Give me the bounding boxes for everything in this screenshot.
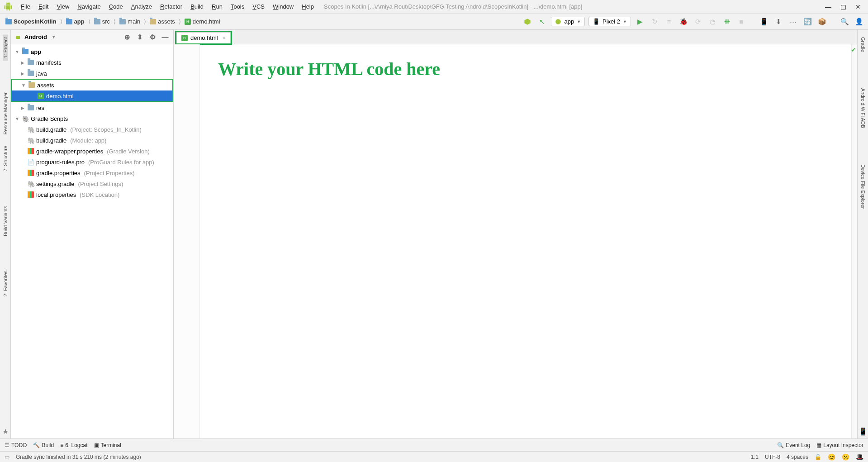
caret-position[interactable]: 1:1	[751, 454, 759, 460]
tool-window-button-build-variants[interactable]: Build Variants	[3, 203, 8, 239]
tool-window-button-gradle[interactable]: Gradle	[860, 34, 866, 55]
tool-window-button-device-file-explorer[interactable]: Device File Explorer	[860, 162, 866, 211]
more-icon[interactable]: ⋯	[787, 16, 798, 27]
minimize-button[interactable]: —	[825, 3, 831, 10]
sync-icon[interactable]: ↖	[536, 16, 547, 27]
logcat-tool-button[interactable]: ≡6: Logcat	[60, 442, 87, 448]
tree-item-demo-html[interactable]: Hdemo.html	[12, 90, 172, 101]
menu-build[interactable]: Build	[187, 2, 207, 11]
maximize-button[interactable]: ▢	[840, 3, 846, 10]
lock-icon[interactable]: 🔓	[815, 454, 821, 460]
editor-tab-demo-html[interactable]: H demo.html ×	[176, 32, 231, 43]
tree-item-res[interactable]: ▶res	[11, 102, 173, 113]
run-configuration-selector[interactable]: app ▼	[551, 17, 585, 26]
chevron-down-icon[interactable]: ▼	[14, 49, 20, 54]
close-tab-icon[interactable]: ×	[223, 35, 226, 41]
run-button[interactable]: ▶	[635, 16, 645, 27]
tree-item-local-properties[interactable]: local.properties(SDK Location)	[11, 189, 173, 200]
tree-item-app[interactable]: ▼app	[11, 46, 173, 57]
tool-window-button-2-favorites[interactable]: 2: Favorites	[3, 268, 8, 299]
collapse-all-icon[interactable]: ⇕	[135, 33, 144, 41]
editor-content[interactable]: Write your HTML code here	[200, 44, 852, 438]
tree-item-build-gradle[interactable]: 🐘build.gradle(Project: Scopes_In_Kotlin)	[11, 124, 173, 135]
menu-help[interactable]: Help	[298, 2, 318, 11]
tool-window-button-resource-manager[interactable]: Resource Manager	[3, 90, 8, 138]
status-menu-icon[interactable]: ▭	[5, 454, 9, 460]
chevron-down-icon[interactable]: ▼	[21, 83, 26, 88]
menu-window[interactable]: Window	[269, 2, 297, 11]
user-icon[interactable]: 👤	[854, 16, 864, 27]
tree-item-label: assets	[37, 82, 54, 89]
tree-item-java[interactable]: ▶java	[11, 68, 173, 79]
tree-item-manifests[interactable]: ▶manifests	[11, 57, 173, 68]
coverage-button[interactable]: ⟳	[693, 16, 703, 27]
menu-code[interactable]: Code	[105, 2, 127, 11]
apply-changes-button[interactable]: ≡	[664, 16, 674, 27]
tool-window-button-android-wifi-adb[interactable]: Android WiFi ADB	[860, 86, 866, 131]
menu-vcs[interactable]: VCS	[249, 2, 268, 11]
menu-refactor[interactable]: Refactor	[157, 2, 186, 11]
close-button[interactable]: ✕	[855, 3, 861, 10]
menu-navigate[interactable]: Navigate	[74, 2, 104, 11]
profiler-button[interactable]: ◔	[707, 16, 718, 27]
breadcrumb-scopesinkotlin[interactable]: ScopesInKotlin	[4, 17, 58, 26]
avd-manager-icon[interactable]: 📱	[759, 16, 769, 27]
chevron-right-icon[interactable]: ▶	[20, 105, 25, 110]
device-selector[interactable]: 📱 Pixel 2 ▼	[588, 17, 631, 26]
select-opened-file-icon[interactable]: ⊕	[123, 33, 132, 41]
breadcrumb-main[interactable]: main	[118, 17, 142, 26]
indent-setting[interactable]: 4 spaces	[787, 454, 808, 460]
menu-edit[interactable]: Edit	[35, 2, 52, 11]
sync-gradle-icon[interactable]: 🔄	[802, 16, 813, 27]
build-tool-button[interactable]: 🔨Build	[33, 442, 54, 448]
stop-button[interactable]: ■	[736, 16, 747, 27]
tool-window-button-7-structure[interactable]: 7: Structure	[3, 143, 8, 174]
folder-icon	[28, 82, 35, 88]
hide-button[interactable]: —	[161, 33, 170, 41]
tree-item-settings-gradle[interactable]: 🐘settings.gradle(Project Settings)	[11, 178, 173, 189]
analysis-ok-icon[interactable]: ✔	[851, 46, 856, 53]
tree-item-label: gradle-wrapper.properties	[36, 148, 103, 155]
terminal-tool-button[interactable]: ▣Terminal	[94, 442, 121, 448]
breadcrumb-demo-html[interactable]: Hdemo.html	[183, 17, 222, 26]
tree-item-proguard-rules-pro[interactable]: 📄proguard-rules.pro(ProGuard Rules for a…	[11, 157, 173, 167]
rerun-button[interactable]: ↻	[649, 16, 660, 27]
happy-face-icon[interactable]: 😊	[828, 453, 835, 461]
inspector-icon[interactable]: 🎩	[856, 453, 863, 461]
menu-run[interactable]: Run	[208, 2, 226, 11]
project-view-mode[interactable]: Android	[24, 33, 47, 40]
breadcrumb-assets[interactable]: assets	[148, 17, 177, 26]
breadcrumb-src[interactable]: src	[92, 17, 112, 26]
breadcrumb-app[interactable]: app	[64, 17, 86, 26]
chevron-down-icon[interactable]: ▼	[52, 34, 56, 39]
toolbox-icon[interactable]: 📦	[816, 16, 827, 27]
chevron-right-icon[interactable]: ▶	[20, 71, 25, 76]
device-icon[interactable]: 📱	[859, 427, 868, 436]
debug-button[interactable]: 🐞	[678, 16, 689, 27]
todo-tool-button[interactable]: ☰TODO	[5, 442, 27, 448]
attach-debugger-button[interactable]: ❋	[721, 16, 732, 27]
menu-analyze[interactable]: Analyze	[128, 2, 156, 11]
layout-inspector-button[interactable]: ▦Layout Inspector	[816, 442, 863, 448]
tree-item-gradle-scripts[interactable]: ▼🐘Gradle Scripts	[11, 113, 173, 124]
tool-window-button-1-project[interactable]: 1: Project	[3, 34, 8, 61]
tree-item-gradle-properties[interactable]: gradle.properties(Project Properties)	[11, 167, 173, 178]
search-button[interactable]: 🔍	[839, 16, 850, 27]
chevron-right-icon[interactable]: ▶	[20, 60, 25, 65]
chevron-down-icon[interactable]: ▼	[14, 116, 20, 121]
menu-tools[interactable]: Tools	[227, 2, 248, 11]
breadcrumb-label: main	[128, 18, 140, 25]
event-log-button[interactable]: 🔍Event Log	[777, 442, 810, 448]
antenna-icon[interactable]	[522, 16, 533, 27]
tree-item-build-gradle[interactable]: 🐘build.gradle(Module: app)	[11, 135, 173, 146]
file-encoding[interactable]: UTF-8	[765, 454, 780, 460]
menu-view[interactable]: View	[53, 2, 73, 11]
tree-item-label: Gradle Scripts	[31, 115, 68, 122]
favorites-icon[interactable]: ★	[2, 427, 9, 436]
tree-item-gradle-wrapper-properties[interactable]: gradle-wrapper.properties(Gradle Version…	[11, 146, 173, 157]
tree-item-assets[interactable]: ▼assets	[12, 80, 172, 90]
menu-file[interactable]: File	[17, 2, 34, 11]
settings-button[interactable]: ⚙	[148, 33, 157, 41]
sdk-manager-icon[interactable]: ⬇	[773, 16, 784, 27]
sad-face-icon[interactable]: ☹️	[842, 453, 849, 461]
